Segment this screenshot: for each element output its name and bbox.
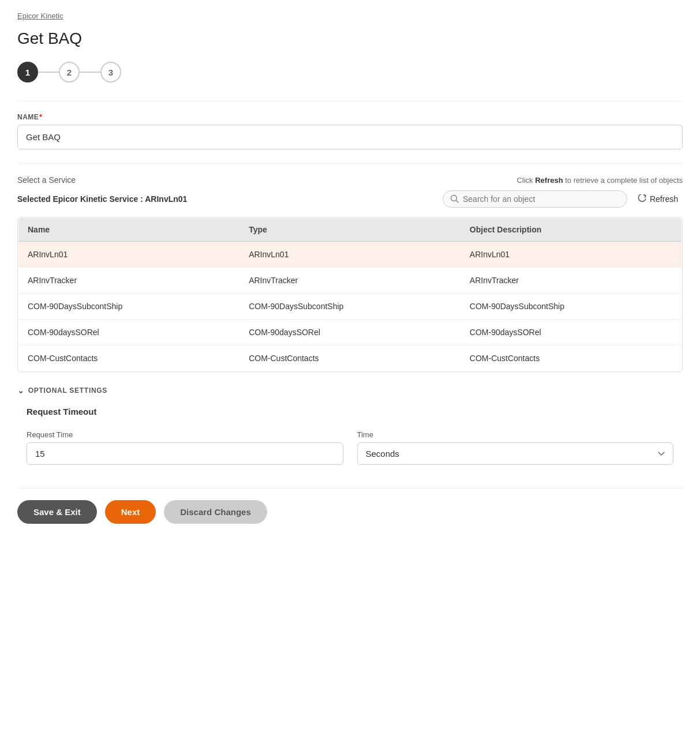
table-cell-name: COM-CustContacts xyxy=(18,346,240,371)
table-row[interactable]: ARInvTrackerARInvTrackerARInvTracker xyxy=(18,268,682,294)
col-header-type: Type xyxy=(239,218,461,242)
object-table-wrapper[interactable]: Name Type Object Description ARInvLn01AR… xyxy=(17,217,683,372)
table-cell-type: ARInvTracker xyxy=(239,268,461,294)
step-3[interactable]: 3 xyxy=(100,62,121,82)
name-section: NAME* xyxy=(17,113,683,149)
table-cell-name: ARInvTracker xyxy=(18,268,240,294)
col-header-name: Name xyxy=(18,218,240,242)
name-input[interactable] xyxy=(17,125,683,149)
refresh-button[interactable]: Refresh xyxy=(633,191,683,207)
search-input[interactable] xyxy=(463,194,620,204)
request-time-input[interactable] xyxy=(27,442,343,465)
table-cell-description: COM-90daysSORel xyxy=(461,320,682,346)
table-cell-description: COM-CustContacts xyxy=(461,346,682,371)
step-2[interactable]: 2 xyxy=(59,62,80,82)
request-time-label: Request Time xyxy=(27,430,343,439)
table-header-row: Name Type Object Description xyxy=(18,218,682,242)
time-unit-field: Time Seconds Minutes Hours xyxy=(357,430,674,465)
optional-settings-header[interactable]: ⌄ OPTIONAL SETTINGS xyxy=(17,386,683,395)
footer-actions: Save & Exit Next Discard Changes xyxy=(17,488,683,524)
table-cell-name: COM-90DaysSubcontShip xyxy=(18,294,240,320)
table-cell-description: ARInvLn01 xyxy=(461,242,682,268)
refresh-icon xyxy=(638,194,647,204)
step-connector-1 xyxy=(38,72,59,73)
timeout-title: Request Timeout xyxy=(27,407,673,416)
service-header-row: Select a Service Click Refresh to retrie… xyxy=(17,175,683,185)
search-box[interactable] xyxy=(443,190,627,208)
table-cell-description: ARInvTracker xyxy=(461,268,682,294)
search-refresh-row: Refresh xyxy=(443,190,683,208)
selected-service-row: Selected Epicor Kinetic Service : ARInvL… xyxy=(17,190,683,208)
breadcrumb[interactable]: Epicor Kinetic xyxy=(17,12,683,20)
discard-changes-button[interactable]: Discard Changes xyxy=(164,500,267,524)
table-cell-name: COM-90daysSORel xyxy=(18,320,240,346)
page-title: Get BAQ xyxy=(17,29,683,48)
step-1[interactable]: 1 xyxy=(17,62,38,82)
table-row[interactable]: COM-90DaysSubcontShipCOM-90DaysSubcontSh… xyxy=(18,294,682,320)
save-exit-button[interactable]: Save & Exit xyxy=(17,500,97,524)
refresh-hint: Click Refresh to retrieve a complete lis… xyxy=(516,176,683,185)
optional-settings-label: OPTIONAL SETTINGS xyxy=(28,386,107,395)
stepper: 1 2 3 xyxy=(17,62,683,82)
name-label: NAME* xyxy=(17,113,683,121)
table-cell-description: COM-90DaysSubcontShip xyxy=(461,294,682,320)
object-table: Name Type Object Description ARInvLn01AR… xyxy=(18,217,682,371)
col-header-description: Object Description xyxy=(461,218,682,242)
service-section: Select a Service Click Refresh to retrie… xyxy=(17,175,683,208)
table-row[interactable]: ARInvLn01ARInvLn01ARInvLn01 xyxy=(18,242,682,268)
divider-2 xyxy=(17,163,683,164)
table-cell-type: COM-90daysSORel xyxy=(239,320,461,346)
timeout-section: Request Timeout Request Time Time Second… xyxy=(17,407,683,465)
request-time-field: Request Time xyxy=(27,430,343,465)
step-connector-2 xyxy=(80,72,100,73)
optional-settings: ⌄ OPTIONAL SETTINGS Request Timeout Requ… xyxy=(17,386,683,465)
chevron-down-icon: ⌄ xyxy=(17,386,25,395)
search-icon xyxy=(450,194,459,204)
refresh-button-label: Refresh xyxy=(650,194,678,204)
svg-line-1 xyxy=(456,201,458,203)
table-cell-type: COM-90DaysSubcontShip xyxy=(239,294,461,320)
time-unit-label: Time xyxy=(357,430,674,439)
selected-service-text: Selected Epicor Kinetic Service : ARInvL… xyxy=(17,194,187,204)
table-row[interactable]: COM-CustContactsCOM-CustContactsCOM-Cust… xyxy=(18,346,682,371)
timeout-fields: Request Time Time Seconds Minutes Hours xyxy=(27,430,673,465)
select-service-label: Select a Service xyxy=(17,175,76,185)
time-unit-select[interactable]: Seconds Minutes Hours xyxy=(357,442,674,465)
next-button[interactable]: Next xyxy=(105,500,156,524)
table-cell-name: ARInvLn01 xyxy=(18,242,240,268)
table-cell-type: ARInvLn01 xyxy=(239,242,461,268)
table-cell-type: COM-CustContacts xyxy=(239,346,461,371)
table-row[interactable]: COM-90daysSORelCOM-90daysSORelCOM-90days… xyxy=(18,320,682,346)
divider-1 xyxy=(17,101,683,102)
